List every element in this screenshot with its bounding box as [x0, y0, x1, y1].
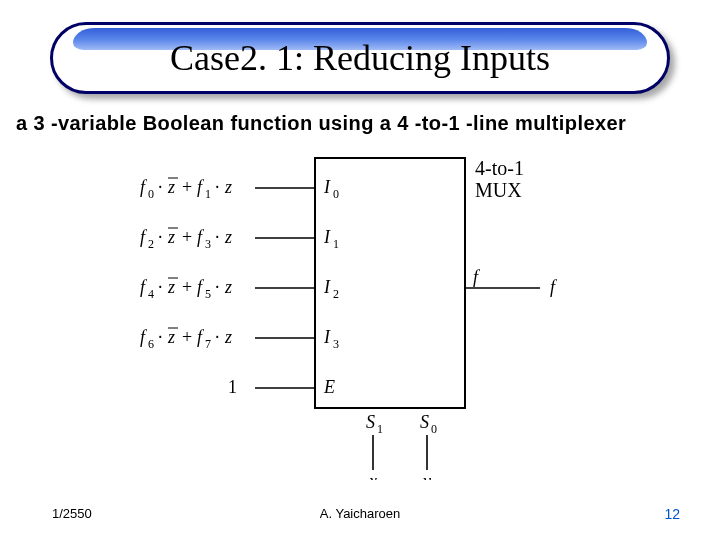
svg-text:3: 3	[333, 337, 339, 351]
svg-text:f: f	[197, 177, 205, 197]
svg-text:f: f	[197, 327, 205, 347]
svg-text:z: z	[167, 277, 175, 297]
input-row-2: f 4 · z + f 5 · z I 2	[140, 277, 339, 301]
svg-text:z: z	[167, 227, 175, 247]
svg-text:I: I	[323, 327, 331, 347]
svg-text:I: I	[323, 227, 331, 247]
svg-text:+: +	[182, 277, 192, 297]
svg-text:E: E	[323, 377, 335, 397]
svg-text:f: f	[197, 277, 205, 297]
svg-text:+: +	[182, 177, 192, 197]
footer-right: 12	[664, 506, 680, 522]
svg-text:3: 3	[205, 237, 211, 251]
input-row-3: f 6 · z + f 7 · z I 3	[140, 327, 339, 351]
footer-left: 1/2550	[52, 506, 92, 522]
svg-text:f: f	[140, 277, 148, 297]
svg-text:y: y	[421, 471, 431, 480]
svg-text:z: z	[167, 327, 175, 347]
svg-text:+: +	[182, 227, 192, 247]
svg-text:1: 1	[377, 422, 383, 436]
footer: 1/2550 A. Yaicharoen 12	[0, 506, 720, 522]
svg-text:1: 1	[228, 377, 237, 397]
svg-text:z: z	[224, 227, 232, 247]
svg-text:z: z	[224, 177, 232, 197]
svg-text:·: ·	[158, 277, 163, 297]
svg-text:f: f	[473, 267, 481, 287]
mux-label-line2: MUX	[475, 179, 522, 201]
enable-row: 1 E	[228, 377, 335, 397]
svg-text:·: ·	[158, 177, 163, 197]
svg-text:z: z	[167, 177, 175, 197]
title-box: Case2. 1: Reducing Inputs	[50, 22, 670, 94]
input-row-1: f 2 · z + f 3 · z I 1	[140, 227, 339, 251]
select-s0: S 0 y	[420, 412, 437, 480]
svg-text:5: 5	[205, 287, 211, 301]
title-banner: Case2. 1: Reducing Inputs	[50, 22, 670, 94]
page-title: Case2. 1: Reducing Inputs	[170, 37, 550, 79]
svg-text:2: 2	[148, 237, 154, 251]
svg-text:f: f	[197, 227, 205, 247]
svg-text:1: 1	[333, 237, 339, 251]
svg-text:2: 2	[333, 287, 339, 301]
svg-text:·: ·	[215, 227, 220, 247]
output-row: f f	[465, 267, 558, 297]
svg-text:f: f	[550, 277, 558, 297]
svg-text:f: f	[140, 227, 148, 247]
svg-text:4: 4	[148, 287, 154, 301]
svg-text:·: ·	[215, 327, 220, 347]
svg-text:S: S	[420, 412, 429, 432]
svg-text:0: 0	[148, 187, 154, 201]
svg-text:6: 6	[148, 337, 154, 351]
svg-text:1: 1	[205, 187, 211, 201]
svg-text:z: z	[224, 277, 232, 297]
svg-text:·: ·	[215, 177, 220, 197]
svg-text:I: I	[323, 277, 331, 297]
svg-text:x: x	[368, 471, 377, 480]
select-s1: S 1 x	[366, 412, 383, 480]
svg-text:0: 0	[333, 187, 339, 201]
svg-text:+: +	[182, 327, 192, 347]
footer-center: A. Yaicharoen	[320, 506, 400, 521]
svg-text:S: S	[366, 412, 375, 432]
svg-text:z: z	[224, 327, 232, 347]
svg-text:·: ·	[158, 227, 163, 247]
svg-text:f: f	[140, 327, 148, 347]
mux-diagram: 4-to-1 MUX f 0 · z + f 1 · z I 0 f 2 · z…	[120, 140, 600, 480]
svg-text:7: 7	[205, 337, 211, 351]
input-row-0: f 0 · z + f 1 · z I 0	[140, 177, 339, 201]
subtitle: a 3 -variable Boolean function using a 4…	[16, 112, 626, 135]
svg-text:·: ·	[215, 277, 220, 297]
mux-label-line1: 4-to-1	[475, 157, 524, 179]
svg-text:0: 0	[431, 422, 437, 436]
svg-text:f: f	[140, 177, 148, 197]
svg-text:I: I	[323, 177, 331, 197]
svg-text:·: ·	[158, 327, 163, 347]
